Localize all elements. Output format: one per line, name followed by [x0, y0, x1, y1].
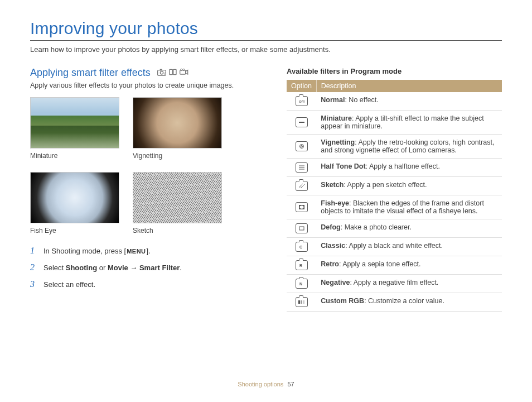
text: : Apply a sepia tone effect.	[339, 260, 420, 268]
filter-customrgb-icon	[296, 297, 308, 307]
table-row: OFFNormal: No effect.	[287, 92, 502, 111]
filter-desc: Miniature: Apply a tilt-shift effect to …	[316, 111, 502, 135]
filter-retro-icon: R	[296, 260, 308, 270]
step-number: 2	[30, 262, 38, 272]
table-row: Custom RGB: Customize a color value.	[287, 293, 502, 312]
svg-rect-26	[303, 300, 304, 304]
document-page: Improving your photos Learn how to impro…	[0, 0, 532, 402]
filter-desc: Custom RGB: Customize a color value.	[316, 293, 502, 312]
text: : Apply a black and white effect.	[345, 242, 443, 250]
svg-rect-20	[299, 227, 304, 230]
thumb-miniature: Miniature	[30, 97, 119, 160]
page-number: 57	[287, 381, 294, 387]
step-text: Select an effect.	[43, 280, 95, 289]
svg-point-1	[161, 71, 163, 74]
text: .	[180, 264, 182, 272]
subheading-row: Applying smart filter effects P	[30, 67, 264, 79]
filter-icon-cell	[287, 111, 316, 135]
filter-name: Normal	[321, 96, 345, 104]
step-1: 1 In Shooting mode, press [MENU].	[30, 246, 264, 256]
movie-icon	[180, 68, 188, 78]
bold: Movie	[108, 264, 128, 272]
thumbnail-grid: Miniature Vignetting Fish Eye Sketch	[30, 97, 264, 234]
table-row: CClassic: Apply a black and white effect…	[287, 238, 502, 256]
table-row: Sketch: Apply a pen sketch effect.	[287, 177, 502, 195]
filter-classic-icon: C	[296, 242, 308, 252]
sample-image-fisheye	[30, 172, 119, 223]
filter-desc: Retro: Apply a sepia tone effect.	[316, 256, 502, 275]
bold: Smart Filter	[139, 264, 180, 272]
filter-halftone-icon	[296, 162, 308, 173]
svg-text:C: C	[299, 245, 302, 249]
table-row: RRetro: Apply a sepia tone effect.	[287, 256, 502, 275]
filter-desc: Sketch: Apply a pen sketch effect.	[316, 177, 502, 195]
filter-negative-icon: N	[296, 279, 308, 289]
column-left: Applying smart filter effects P Apply va…	[30, 67, 264, 312]
svg-rect-10	[299, 122, 304, 123]
steps-list: 1 In Shooting mode, press [MENU]. 2 Sele…	[30, 246, 264, 289]
svg-rect-24	[298, 300, 300, 304]
page-footer: Shooting options 57	[0, 381, 532, 387]
filter-name: Retro	[321, 260, 339, 268]
svg-point-11	[299, 145, 303, 149]
thumb-caption: Fish Eye	[30, 227, 119, 234]
filter-icon-cell: C	[287, 238, 316, 256]
sample-image-vignetting	[133, 97, 222, 149]
filters-heading: Available filters in Program mode	[287, 67, 502, 75]
filter-desc: Negative: Apply a negative film effect.	[316, 275, 502, 293]
filter-icon-cell: OFF	[287, 92, 316, 111]
step-3: 3 Select an effect.	[30, 279, 264, 289]
filter-desc: Fish-eye: Blacken the edges of the frame…	[316, 195, 502, 219]
filter-name: Fish-eye	[321, 199, 349, 207]
table-header-row: Option Description	[287, 80, 502, 92]
sample-image-miniature	[30, 97, 119, 149]
th-description: Description	[316, 80, 502, 92]
filter-name: Half Tone Dot	[321, 162, 365, 170]
step-number: 3	[30, 279, 38, 289]
filters-table: Option Description OFFNormal: No effect.…	[287, 80, 502, 312]
title-rule	[30, 40, 502, 41]
text: or	[97, 264, 108, 272]
filter-icon-cell	[287, 177, 316, 195]
table-row: Half Tone Dot: Apply a halftone effect.	[287, 159, 502, 177]
svg-line-16	[299, 184, 303, 188]
svg-point-12	[301, 146, 302, 147]
text: : Apply a pen sketch effect.	[344, 181, 427, 189]
thumb-caption: Vignetting	[133, 152, 222, 160]
filter-icon-cell	[287, 135, 316, 159]
text: In Shooting mode, press [	[43, 247, 126, 255]
filter-name: Custom RGB	[321, 297, 364, 305]
page-title: Improving your photos	[30, 19, 502, 38]
filter-name: Defog	[321, 223, 340, 231]
sample-image-sketch	[133, 172, 222, 223]
dual-icon	[168, 68, 177, 78]
svg-rect-5	[173, 69, 176, 74]
svg-text:P: P	[165, 73, 166, 75]
thumb-caption: Sketch	[133, 227, 222, 234]
columns: Applying smart filter effects P Apply va…	[30, 67, 502, 312]
filter-fisheye-icon	[296, 202, 308, 212]
filter-vignetting-icon	[296, 141, 308, 151]
filter-icon-cell	[287, 195, 316, 219]
text: : Customize a color value.	[364, 297, 444, 305]
thumb-sketch: Sketch	[133, 172, 222, 234]
text: ].	[147, 247, 151, 255]
filter-desc: Normal: No effect.	[316, 92, 502, 111]
table-row: NNegative: Apply a negative film effect.	[287, 275, 502, 293]
column-right: Available filters in Program mode Option…	[287, 67, 502, 312]
svg-text:N: N	[299, 282, 302, 286]
menu-button-label: MENU	[126, 248, 146, 255]
svg-rect-2	[160, 69, 162, 70]
camera-p-icon: P	[157, 68, 166, 78]
mode-icons: P	[157, 68, 188, 78]
text: : Apply a negative film effect.	[350, 279, 438, 286]
filter-icon-cell	[287, 219, 316, 238]
page-intro: Learn how to improve your photos by appl…	[30, 45, 502, 54]
filter-desc: Vignetting: Apply the retro-looking colo…	[316, 135, 502, 159]
filter-icon-cell: N	[287, 275, 316, 293]
filter-name: Classic	[321, 242, 345, 250]
section-heading: Applying smart filter effects	[30, 67, 151, 79]
filter-desc: Half Tone Dot: Apply a halftone effect.	[316, 159, 502, 177]
filter-name: Negative	[321, 279, 350, 286]
filters-tbody: OFFNormal: No effect. Miniature: Apply a…	[287, 92, 502, 312]
